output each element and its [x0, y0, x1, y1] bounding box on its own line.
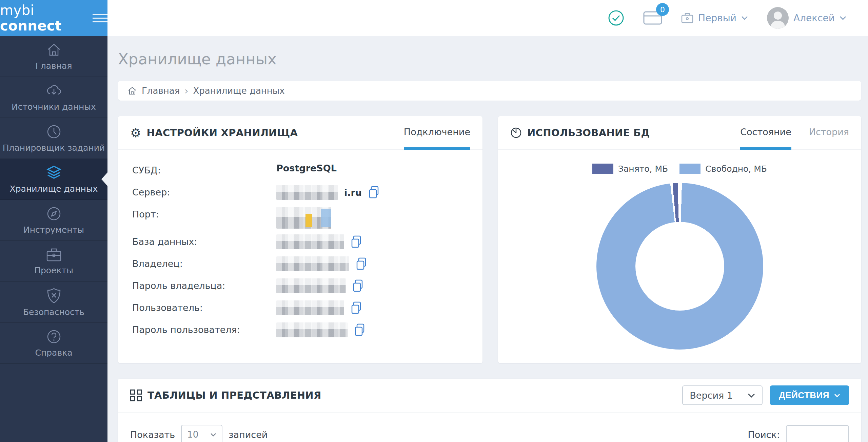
- page-title: Хранилище данных: [118, 50, 861, 68]
- field-server: Сервер: i.ru: [132, 185, 470, 201]
- workspace-label: Первый: [698, 13, 736, 24]
- hamburger-menu-icon[interactable]: [93, 14, 107, 22]
- sidebar-item-tools[interactable]: Инструменты: [0, 200, 107, 241]
- gear-icon: ⚙: [130, 126, 141, 140]
- donut-chart: [596, 183, 763, 350]
- copy-icon[interactable]: [354, 323, 366, 336]
- cloud-download-icon: [46, 83, 62, 99]
- chevron-down-icon: [741, 16, 748, 20]
- user-name: Алексей: [793, 13, 835, 24]
- tab-connection[interactable]: Подключение: [404, 116, 470, 150]
- masked-value: [276, 256, 349, 271]
- legend-item-free: Свободно, МБ: [679, 164, 767, 174]
- field-user: Пользователь:: [132, 300, 470, 317]
- version-select[interactable]: Версия 1: [682, 385, 763, 405]
- tables-views-title: ТАБЛИЦЫ И ПРЕДСТАВЛЕНИЯ: [130, 379, 321, 412]
- search-label: Поиск:: [748, 429, 780, 440]
- chevron-down-icon: [840, 16, 846, 20]
- chevron-down-icon: [210, 433, 216, 437]
- db-usage-title: ИСПОЛЬЗОВАНИЕ БД: [510, 116, 650, 149]
- sidebar-item-data-sources[interactable]: Источники данных: [0, 77, 107, 118]
- sidebar-item-label: Планировщик заданий: [3, 143, 105, 153]
- copy-icon[interactable]: [352, 279, 364, 292]
- storage-settings-card: ⚙ НАСТРОЙКИ ХРАНИЛИЩА Подключение СУБД: …: [118, 116, 482, 363]
- compass-icon: [46, 206, 62, 222]
- grid-icon: [130, 390, 142, 401]
- question-icon: [46, 329, 62, 344]
- sidebar-item-label: Инструменты: [23, 225, 84, 235]
- user-menu[interactable]: Алексей: [767, 7, 846, 29]
- billing-card-icon[interactable]: 0: [643, 10, 662, 25]
- app-root: mybi connect 0 Первый: [0, 0, 868, 442]
- usage-chart-area: Занято, МБ Свободно, МБ: [498, 150, 861, 363]
- layers-icon: [46, 165, 62, 181]
- chart-legend: Занято, МБ Свободно, МБ: [592, 164, 767, 174]
- server-suffix: i.ru: [344, 187, 362, 198]
- sidebar-item-security[interactable]: Безопасность: [0, 282, 107, 323]
- clock-icon: [46, 124, 62, 140]
- chevron-down-icon: [748, 393, 755, 398]
- masked-value: [276, 207, 331, 229]
- sidebar-item-projects[interactable]: Проекты: [0, 241, 107, 282]
- actions-button[interactable]: ДЕЙСТВИЯ: [770, 385, 849, 405]
- briefcase-icon: [46, 247, 62, 262]
- breadcrumb: Главная › Хранилище данных: [118, 81, 861, 101]
- pie-chart-icon: [510, 127, 522, 139]
- field-user-password: Пароль пользователя:: [132, 322, 470, 339]
- search-control: Поиск:: [748, 425, 849, 442]
- show-label: Показать: [130, 429, 175, 440]
- settings-fields: СУБД: PostgreSQL Сервер: i.ru: [118, 150, 482, 355]
- sidebar-item-help[interactable]: Справка: [0, 323, 107, 364]
- sidebar-item-label: Источники данных: [12, 102, 96, 112]
- field-dbms: СУБД: PostgreSQL: [132, 163, 470, 179]
- status-check-icon[interactable]: [608, 10, 624, 26]
- tab-state[interactable]: Состояние: [740, 116, 791, 150]
- sidebar-item-storage[interactable]: Хранилище данных: [0, 159, 107, 200]
- legend-swatch-free: [679, 164, 701, 174]
- breadcrumb-home[interactable]: Главная: [142, 86, 180, 96]
- copy-icon[interactable]: [368, 186, 380, 199]
- sidebar-item-scheduler[interactable]: Планировщик заданий: [0, 118, 107, 159]
- legend-item-used: Занято, МБ: [592, 164, 668, 174]
- workspace-menu[interactable]: Первый: [681, 12, 748, 24]
- copy-icon[interactable]: [350, 301, 362, 314]
- field-port: Порт:: [132, 207, 470, 229]
- sidebar-item-label: Главная: [36, 61, 72, 71]
- search-input[interactable]: [786, 425, 849, 442]
- breadcrumb-current: Хранилище данных: [193, 86, 285, 96]
- sidebar: Главная Источники данных Планировщик зад…: [0, 36, 107, 442]
- tables-views-card: ТАБЛИЦЫ И ПРЕДСТАВЛЕНИЯ Версия 1 ДЕЙСТВИ…: [118, 379, 861, 442]
- tab-history[interactable]: История: [809, 116, 849, 150]
- brand-logo-light: mybi: [0, 2, 34, 18]
- sidebar-item-home[interactable]: Главная: [0, 36, 107, 77]
- copy-icon[interactable]: [355, 257, 368, 270]
- brand-logo[interactable]: mybi connect: [0, 2, 84, 34]
- main-content: Хранилище данных Главная › Хранилище дан…: [107, 36, 868, 442]
- chevron-down-icon: [834, 394, 840, 397]
- field-database: База данных:: [132, 234, 470, 251]
- masked-value: [276, 234, 344, 249]
- logo-block: mybi connect: [0, 0, 107, 36]
- records-label: записей: [229, 429, 268, 440]
- field-owner-password: Пароль владельца:: [132, 278, 470, 295]
- legend-swatch-used: [592, 164, 613, 174]
- billing-badge: 0: [656, 3, 669, 16]
- breadcrumb-separator: ›: [184, 85, 188, 97]
- briefcase-small-icon: [681, 12, 693, 24]
- sidebar-item-label: Справка: [35, 348, 72, 358]
- db-usage-card: ИСПОЛЬЗОВАНИЕ БД Состояние История: [498, 116, 861, 363]
- copy-icon[interactable]: [350, 235, 362, 248]
- page-size-select[interactable]: 10: [181, 425, 222, 442]
- brand-logo-bold: connect: [0, 18, 62, 34]
- masked-value: [276, 300, 344, 315]
- home-icon: [46, 42, 62, 58]
- sidebar-item-label: Проекты: [34, 266, 73, 275]
- home-icon: [127, 86, 137, 96]
- page-size-control: Показать 10 записей: [130, 425, 268, 442]
- masked-value: [276, 278, 346, 293]
- field-owner: Владелец:: [132, 256, 470, 273]
- masked-value: [276, 185, 338, 200]
- masked-value: [276, 322, 348, 337]
- dbms-value: PostgreSQL: [276, 163, 337, 173]
- shield-icon: [46, 288, 61, 304]
